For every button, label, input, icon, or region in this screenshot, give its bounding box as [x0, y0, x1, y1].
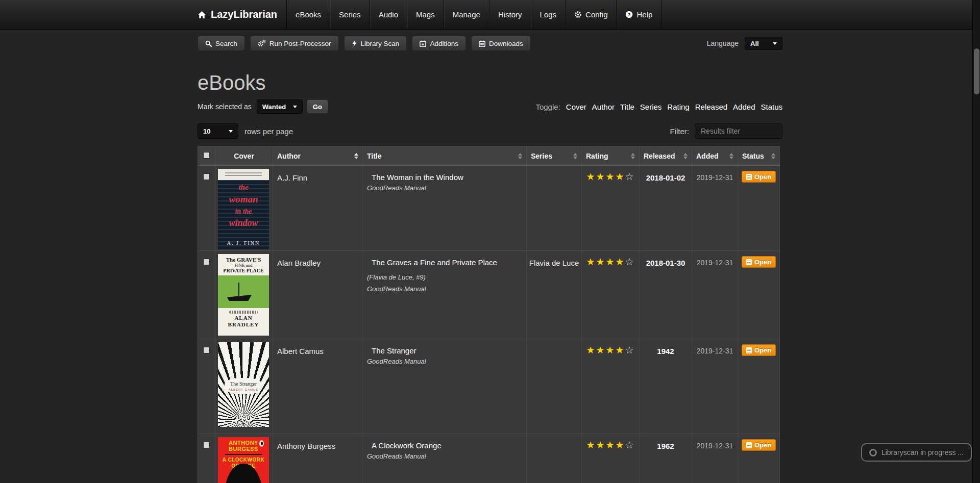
scrollbar-thumb[interactable]: [974, 48, 979, 94]
rows-per-page-select[interactable]: 10: [198, 123, 238, 139]
book-cover-woman-in-the-window[interactable]: the woman in the window A. J. FINN: [218, 169, 269, 249]
book-cover-the-stranger[interactable]: The Stranger ALBERT CAMUS: [218, 342, 269, 427]
released-date: 1962: [640, 434, 692, 483]
brand-label: LazyLibrarian: [211, 9, 277, 20]
nav-item-series[interactable]: Series: [330, 0, 370, 29]
mark-selected-label: Mark selected as: [198, 103, 252, 111]
row-checkbox[interactable]: [203, 347, 210, 353]
book-cover-clockwork-orange[interactable]: ANTHONY BURGESS A CLOCKWORK ORANGE: [218, 437, 269, 483]
downloads-button[interactable]: Downloads: [471, 36, 531, 51]
author-link[interactable]: Anthony Burgess: [277, 442, 335, 450]
vertical-scrollbar[interactable]: [972, 0, 980, 483]
select-all-header: [198, 146, 215, 166]
nav-item-manage[interactable]: Manage: [444, 0, 489, 29]
title-link[interactable]: The Graves a Fine and Private Place: [372, 258, 497, 267]
results-filter-input[interactable]: [695, 123, 782, 139]
nav-item-audio[interactable]: Audio: [370, 0, 407, 29]
sort-icon: [726, 153, 733, 159]
row-checkbox[interactable]: [203, 259, 210, 265]
toggle-rating[interactable]: Rating: [667, 103, 689, 111]
header-title[interactable]: Title: [363, 146, 527, 166]
toggle-added[interactable]: Added: [733, 103, 755, 111]
sort-icon: [628, 153, 635, 159]
released-date: 2018-01-30: [640, 251, 692, 339]
row-checkbox[interactable]: [203, 442, 210, 448]
filter-label: Filter:: [670, 127, 690, 136]
language-select[interactable]: All: [745, 37, 782, 50]
source-note: GoodReads Manual: [367, 182, 522, 194]
top-navbar: LazyLibrarian eBooks Series Audio Mags M…: [0, 0, 980, 30]
added-date: 2019-12-31: [692, 166, 738, 251]
toggle-status[interactable]: Status: [761, 103, 782, 111]
added-date: 2019-12-31: [692, 339, 738, 434]
book-icon: [746, 174, 752, 180]
title-link[interactable]: A Clockwork Orange: [372, 441, 442, 450]
sort-icon: [680, 153, 688, 159]
lightning-icon: [352, 40, 357, 47]
header-series[interactable]: Series: [527, 146, 582, 166]
open-button[interactable]: Open: [742, 439, 776, 451]
search-button[interactable]: Search: [198, 36, 245, 51]
library-scan-button[interactable]: Library Scan: [344, 36, 407, 51]
header-added[interactable]: Added: [692, 146, 738, 166]
book-cover-graves-fine-private-place[interactable]: The GRAVE'S FINE and PRIVATE PLACE ALAN …: [218, 254, 269, 336]
source-note: GoodReads Manual: [367, 283, 522, 295]
toggle-series[interactable]: Series: [640, 103, 662, 111]
additions-button[interactable]: Additions: [412, 36, 466, 51]
nav-item-config[interactable]: Config: [565, 0, 616, 29]
question-circle-icon: ?: [625, 11, 633, 18]
nav-item-help[interactable]: ? Help: [616, 0, 662, 29]
table-row: ANTHONY BURGESS A CLOCKWORK ORANGE Antho…: [198, 434, 780, 483]
mark-status-select[interactable]: Wanted: [257, 99, 303, 114]
open-button[interactable]: Open: [742, 171, 776, 183]
rating-stars: ★★★★☆: [582, 339, 640, 434]
nav-item-mags[interactable]: Mags: [407, 0, 444, 29]
sort-icon: [351, 153, 358, 159]
toggle-author[interactable]: Author: [592, 103, 615, 111]
calendar-plus-icon: [420, 40, 426, 47]
open-button[interactable]: Open: [742, 344, 776, 356]
column-toggle-group: Toggle: Cover Author Title Series Rating…: [535, 103, 782, 111]
toggle-label: Toggle:: [535, 103, 560, 111]
open-button[interactable]: Open: [742, 256, 776, 268]
header-rating[interactable]: Rating: [582, 146, 640, 166]
toggle-released[interactable]: Released: [695, 103, 727, 111]
nav-item-history[interactable]: History: [489, 0, 531, 29]
nav-item-ebooks[interactable]: eBooks: [286, 0, 330, 29]
go-button[interactable]: Go: [307, 99, 328, 114]
title-link[interactable]: The Woman in the Window: [372, 173, 463, 182]
author-link[interactable]: Albert Camus: [277, 347, 324, 355]
title-link[interactable]: The Stranger: [372, 346, 416, 355]
sort-icon: [768, 153, 775, 159]
header-author[interactable]: Author: [273, 146, 363, 166]
run-post-processor-button[interactable]: Run Post-Processor: [250, 36, 339, 51]
author-link[interactable]: Alan Bradley: [277, 259, 321, 267]
select-all-checkbox[interactable]: [203, 152, 210, 159]
series-link[interactable]: Flavia de Luce: [529, 259, 579, 267]
book-icon: [746, 259, 752, 265]
cover-script-line: [229, 311, 258, 314]
spinner-icon: [869, 449, 877, 456]
cover-text-patch: The Stranger ALBERT CAMUS: [225, 378, 262, 394]
brand-link[interactable]: LazyLibrarian: [198, 0, 286, 29]
book-icon: [746, 442, 752, 448]
toggle-cover[interactable]: Cover: [566, 103, 586, 111]
cover-divider: [225, 454, 262, 455]
libraryscan-toast: Libraryscan in progress ...: [861, 443, 972, 462]
author-link[interactable]: A.J. Finn: [277, 173, 307, 182]
ebooks-table: Cover Author Title Series Rating Release…: [198, 146, 780, 483]
language-label: Language: [707, 39, 739, 47]
nav-item-logs[interactable]: Logs: [531, 0, 566, 29]
chevron-down-icon: [773, 42, 777, 45]
row-checkbox[interactable]: [203, 173, 210, 180]
table-row: the woman in the window A. J. FINN A.J. …: [198, 166, 780, 251]
book-icon: [746, 347, 752, 353]
released-date: 2018-01-02: [640, 166, 692, 251]
svg-text:?: ?: [628, 12, 631, 17]
header-status[interactable]: Status: [738, 146, 780, 166]
source-note: GoodReads Manual: [367, 355, 522, 367]
cover-illustration: [218, 275, 269, 308]
added-date: 2019-12-31: [692, 251, 738, 339]
toggle-title[interactable]: Title: [620, 103, 634, 111]
header-released[interactable]: Released: [640, 146, 692, 166]
